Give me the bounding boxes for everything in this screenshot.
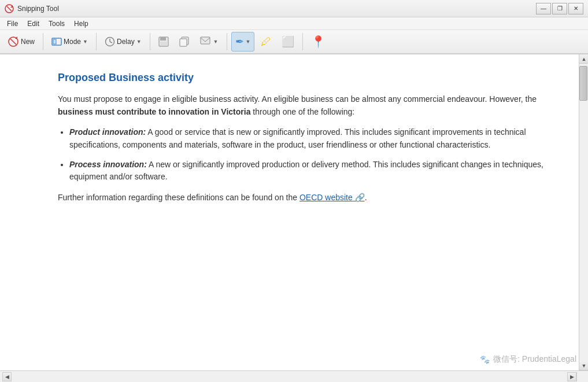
- scroll-right-arrow[interactable]: ▶: [567, 372, 576, 381]
- new-icon: [8, 36, 19, 47]
- save-icon: [158, 36, 169, 47]
- svg-rect-15: [180, 39, 187, 46]
- new-button[interactable]: New: [3, 32, 39, 52]
- process-label: Process innovation:: [69, 160, 147, 169]
- pin-icon: 📍: [311, 35, 326, 49]
- svg-line-4: [10, 39, 16, 45]
- send-dropdown-arrow: ▼: [213, 39, 219, 45]
- pen-tool-button[interactable]: ✒ ▼: [231, 32, 255, 52]
- separator-2: [96, 33, 97, 50]
- delay-button[interactable]: Delay ▼: [101, 32, 146, 52]
- paragraph-2-text: Further information regarding these defi…: [58, 193, 299, 202]
- highlighter-button[interactable]: 🖊: [257, 32, 275, 52]
- vertical-scrollbar[interactable]: ▲ ▼: [579, 54, 588, 370]
- corner-box: [576, 372, 586, 381]
- toolbar: New Mode ▼ Delay ▼: [0, 30, 588, 54]
- scroll-left-arrow[interactable]: ◀: [2, 372, 12, 381]
- pen-icon: ✒: [235, 35, 244, 48]
- title-bar: Snipping Tool — ❐ ✕: [0, 0, 588, 17]
- pin-button[interactable]: 📍: [307, 32, 330, 52]
- paragraph-2: Further information regarding these defi…: [58, 192, 544, 204]
- highlighter-icon: 🖊: [261, 36, 271, 48]
- window-title: Snipping Tool: [17, 5, 532, 13]
- mode-icon: [51, 38, 62, 46]
- menu-tools[interactable]: Tools: [44, 19, 69, 29]
- window-controls: — ❐ ✕: [536, 3, 583, 14]
- separator-3: [150, 33, 150, 50]
- mode-dropdown-arrow: ▼: [83, 39, 88, 45]
- separator-1: [43, 33, 43, 50]
- menu-bar: File Edit Tools Help: [0, 17, 588, 30]
- status-bar: ◀ ▶: [0, 370, 588, 382]
- paragraph-2-end: .: [365, 193, 367, 202]
- delay-dropdown-arrow: ▼: [136, 39, 142, 45]
- minimize-button[interactable]: —: [536, 3, 551, 14]
- pen-dropdown-arrow: ▼: [246, 39, 251, 45]
- send-button[interactable]: ▼: [196, 32, 223, 52]
- restore-button[interactable]: ❐: [552, 3, 567, 14]
- menu-file[interactable]: File: [2, 19, 23, 29]
- copy-icon: [179, 36, 190, 47]
- svg-rect-13: [160, 42, 167, 46]
- scroll-up-arrow[interactable]: ▲: [579, 54, 588, 64]
- menu-edit[interactable]: Edit: [23, 19, 44, 29]
- delay-label: Delay: [117, 38, 135, 46]
- app-icon: [5, 4, 14, 13]
- mode-label: Mode: [64, 38, 81, 46]
- main-area: Proposed Business activity You must prop…: [0, 54, 588, 370]
- send-icon: [200, 36, 212, 47]
- scroll-down-arrow[interactable]: ▼: [579, 361, 588, 370]
- horizontal-scrollbar-track[interactable]: [12, 373, 567, 380]
- eraser-button[interactable]: ⬜: [278, 32, 298, 52]
- eraser-icon: ⬜: [282, 35, 294, 48]
- svg-rect-12: [160, 37, 166, 41]
- paragraph-1-text: You must propose to engage in eligible b…: [58, 94, 537, 104]
- copy-button[interactable]: [175, 32, 194, 52]
- paragraph-1: You must propose to engage in eligible b…: [58, 93, 544, 118]
- svg-line-1: [7, 6, 12, 11]
- paragraph-1-end: through one of the following:: [250, 107, 354, 116]
- scroll-thumb[interactable]: [579, 66, 587, 101]
- list-item-product: Product innovation: A good or service th…: [69, 126, 544, 151]
- paragraph-1-bold: business must contribute to innovation i…: [58, 107, 250, 116]
- content-area[interactable]: Proposed Business activity You must prop…: [0, 54, 579, 370]
- svg-rect-7: [53, 39, 56, 44]
- close-button[interactable]: ✕: [568, 3, 583, 14]
- separator-4: [227, 33, 227, 50]
- list-item-process: Process innovation: A new or significant…: [69, 159, 544, 183]
- innovation-list: Product innovation: A good or service th…: [69, 126, 544, 183]
- save-button[interactable]: [154, 32, 173, 52]
- document-heading: Proposed Business activity: [58, 72, 544, 84]
- menu-help[interactable]: Help: [69, 19, 93, 29]
- separator-5: [302, 33, 303, 50]
- delay-icon: [105, 36, 115, 47]
- oecd-link[interactable]: OECD website 🔗: [299, 193, 365, 202]
- new-label: New: [21, 38, 35, 46]
- svg-line-10: [110, 42, 112, 43]
- mode-button[interactable]: Mode ▼: [47, 32, 92, 52]
- product-label: Product innovation:: [69, 127, 146, 137]
- svg-rect-16: [201, 37, 210, 44]
